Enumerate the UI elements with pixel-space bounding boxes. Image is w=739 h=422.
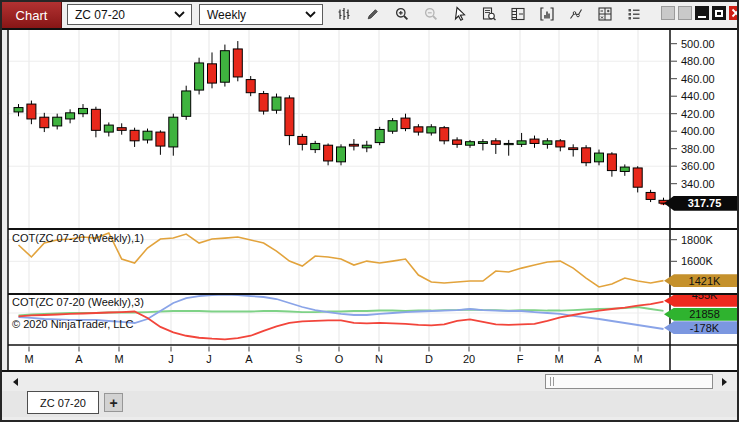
scrollbar-thumb[interactable] (545, 374, 713, 389)
chart-plot-area[interactable] (8, 30, 670, 345)
scroll-left-button[interactable] (8, 374, 23, 389)
scroll-right-icon (722, 378, 727, 386)
price-axis[interactable] (670, 30, 737, 371)
inactive-button-1[interactable] (661, 6, 675, 20)
strategies-icon (597, 6, 613, 22)
chart-window: Chart ZC 07-20 Weekly COT(ZC 07-20 (Week… (0, 0, 739, 422)
properties-button[interactable] (623, 3, 645, 25)
interval-value: Weekly (200, 8, 305, 22)
chart-style-button[interactable] (333, 3, 355, 25)
maximize-button[interactable] (712, 6, 726, 20)
strategies-button[interactable] (594, 3, 616, 25)
close-button[interactable] (729, 6, 739, 20)
data-box-button[interactable] (478, 3, 500, 25)
window-controls (661, 6, 739, 20)
titlebar-separator (0, 28, 739, 30)
window-title-tab[interactable]: Chart (2, 2, 62, 28)
title-bar: Chart ZC 07-20 Weekly (0, 0, 739, 28)
chevron-down-icon (305, 11, 316, 18)
tab-zc-07-20[interactable]: ZC 07-20 (27, 391, 99, 414)
inactive-button-2[interactable] (678, 6, 692, 20)
instrument-dropdown[interactable]: ZC 07-20 (67, 4, 192, 25)
minimize-button[interactable] (695, 6, 709, 20)
thumb-grip (550, 377, 551, 386)
scroll-left-icon (13, 378, 18, 386)
chevron-down-icon (174, 11, 185, 18)
pencil-button[interactable] (362, 3, 384, 25)
zoom-in-button[interactable] (391, 3, 413, 25)
maximize-icon (715, 10, 723, 17)
draw-line-button[interactable] (565, 3, 587, 25)
instrument-value: ZC 07-20 (68, 8, 174, 22)
cursor-button[interactable] (449, 3, 471, 25)
minimize-icon (698, 16, 706, 18)
properties-icon (626, 6, 642, 22)
draw-line-icon (568, 6, 584, 22)
zoom-out-button[interactable] (420, 3, 442, 25)
time-axis[interactable] (8, 346, 670, 371)
indicators-icon (539, 6, 555, 22)
chart-style-icon (336, 6, 352, 22)
chart-trader-icon (510, 6, 526, 22)
scroll-right-button[interactable] (717, 374, 732, 389)
data-box-icon (481, 6, 497, 22)
add-tab-button[interactable]: + (104, 393, 123, 412)
chart-trader-button[interactable] (507, 3, 529, 25)
pencil-icon (365, 6, 381, 22)
close-icon (731, 8, 739, 18)
indicators-button[interactable] (536, 3, 558, 25)
toolbar-icons (333, 3, 645, 27)
interval-dropdown[interactable]: Weekly (199, 4, 323, 25)
cursor-icon (452, 6, 468, 22)
zoom-in-icon (394, 6, 410, 22)
zoom-out-icon (423, 6, 439, 22)
thumb-grip (553, 377, 554, 386)
